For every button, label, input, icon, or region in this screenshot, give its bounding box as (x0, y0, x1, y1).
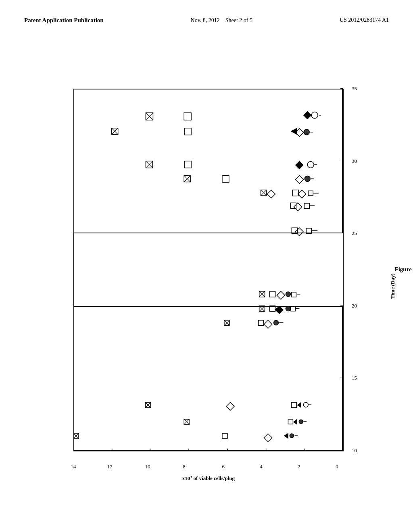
svg-rect-45 (308, 191, 313, 195)
publication-date: Nov. 8, 2012 (191, 17, 220, 23)
x-tick-10: 10 (145, 463, 150, 470)
x-axis-label-wrapper: x10⁷ of viable cells/plug (73, 475, 344, 482)
svg-point-91 (299, 420, 303, 424)
time-axis-label: Time (Day) (390, 274, 396, 299)
svg-rect-66 (270, 306, 275, 312)
figure-container: Time (Day) Figure 2 35 30 25 20 15 10 (24, 64, 389, 508)
y-tick-20: 20 (352, 303, 357, 309)
figure-label: Figure 2 (395, 266, 413, 273)
svg-rect-20 (184, 128, 191, 135)
x-tick-4: 4 (260, 463, 263, 470)
chart-wrapper: Time (Day) Figure 2 35 30 25 20 15 10 (49, 85, 364, 488)
chart-svg (73, 89, 343, 451)
x-tick-8: 8 (183, 463, 186, 470)
y-tick-30: 30 (352, 158, 357, 164)
svg-rect-89 (288, 419, 293, 424)
svg-point-68 (286, 306, 290, 311)
svg-marker-97 (264, 434, 272, 442)
page-header: Patent Application Publication Nov. 8, 2… (0, 0, 413, 25)
svg-point-23 (304, 129, 309, 135)
svg-marker-14 (303, 111, 311, 119)
svg-rect-61 (291, 292, 296, 297)
svg-rect-74 (259, 320, 264, 326)
svg-point-30 (307, 162, 314, 168)
svg-point-15 (311, 112, 318, 118)
svg-marker-67 (275, 306, 284, 314)
y-tick-10: 10 (352, 447, 357, 454)
svg-marker-52 (295, 228, 303, 236)
svg-marker-48 (294, 203, 302, 211)
svg-marker-44 (298, 190, 306, 198)
x-tick-2: 2 (298, 463, 300, 470)
svg-rect-82 (291, 402, 296, 407)
y-tick-25: 25 (352, 230, 357, 237)
x-axis-label: x10⁷ of viable cells/plug (182, 475, 235, 482)
svg-point-60 (286, 292, 290, 297)
svg-marker-83 (297, 402, 301, 407)
svg-point-99 (290, 434, 294, 438)
x-tick-12: 12 (107, 463, 113, 470)
svg-rect-53 (306, 228, 311, 233)
svg-rect-58 (270, 291, 275, 297)
svg-marker-98 (284, 433, 288, 438)
svg-marker-42 (267, 190, 275, 198)
header-center: Nov. 8, 2012 Sheet 2 of 5 (191, 16, 252, 25)
y-tick-15: 15 (352, 375, 357, 381)
svg-marker-75 (264, 320, 272, 328)
x-tick-6: 6 (222, 463, 225, 470)
svg-marker-59 (277, 291, 285, 299)
publication-title: Patent Application Publication (24, 16, 104, 25)
svg-rect-28 (184, 161, 191, 168)
svg-point-37 (305, 176, 310, 182)
y-tick-35: 35 (352, 85, 357, 92)
svg-marker-90 (293, 419, 297, 424)
svg-point-84 (303, 402, 308, 407)
x-tick-0: 0 (336, 463, 338, 470)
svg-marker-36 (295, 176, 303, 184)
sheet-info: Sheet 2 of 5 (225, 17, 252, 23)
patent-number: US 2012/0283174 A1 (340, 16, 389, 24)
svg-marker-81 (226, 402, 234, 410)
svg-rect-35 (222, 176, 229, 183)
svg-marker-29 (295, 161, 303, 169)
svg-point-76 (274, 320, 279, 325)
svg-rect-43 (292, 190, 298, 196)
svg-rect-96 (222, 433, 227, 438)
chart-area: 35 30 25 20 15 10 (73, 89, 344, 451)
svg-rect-69 (290, 306, 295, 311)
svg-rect-49 (304, 203, 309, 208)
x-tick-14: 14 (71, 463, 76, 470)
svg-rect-13 (184, 113, 191, 120)
